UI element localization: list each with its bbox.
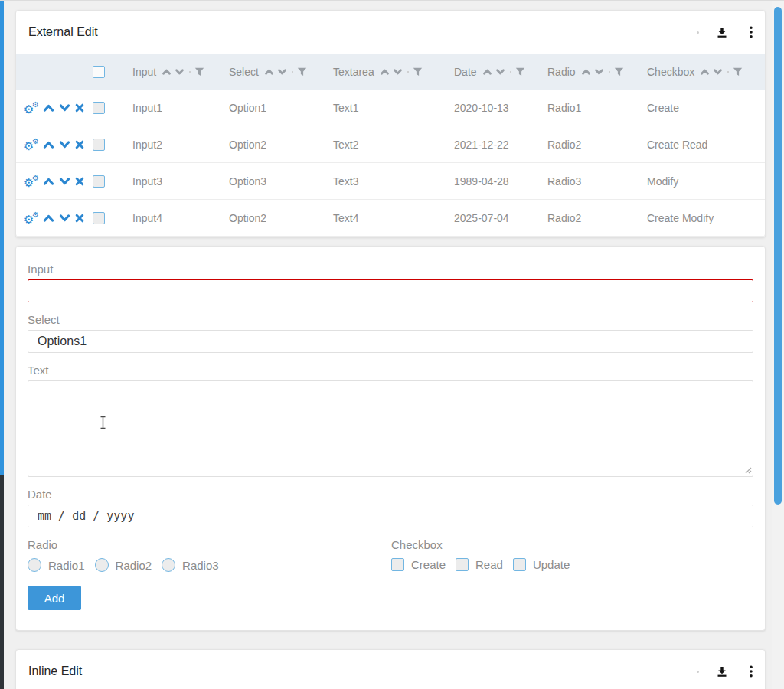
move-up-icon[interactable] xyxy=(43,140,54,149)
checkbox-option[interactable]: Update xyxy=(513,558,570,571)
row-checkbox[interactable] xyxy=(93,102,105,114)
radio-button[interactable] xyxy=(162,558,175,572)
cell-radio: Radio3 xyxy=(538,175,638,188)
select-value: Options1 xyxy=(38,335,87,348)
checkbox-option[interactable]: Create xyxy=(391,558,446,571)
scrollbar-thumb[interactable] xyxy=(774,7,782,505)
date-input[interactable]: mm / dd / yyyy xyxy=(28,505,753,527)
delete-icon[interactable] xyxy=(75,140,84,149)
cell-checkbox: Modify xyxy=(638,175,765,188)
radio-button[interactable] xyxy=(28,558,41,572)
radio-option-label: Radio2 xyxy=(116,559,152,572)
filter-icon[interactable] xyxy=(413,67,423,77)
filter-icon[interactable] xyxy=(297,67,307,77)
radio-option[interactable]: Radio2 xyxy=(95,558,152,572)
filter-icon[interactable] xyxy=(194,67,204,77)
select-all-checkbox[interactable] xyxy=(93,66,105,78)
radio-option-label: Radio1 xyxy=(48,559,85,572)
filter-icon[interactable] xyxy=(733,67,743,77)
resize-handle-icon[interactable] xyxy=(743,465,752,474)
delete-icon[interactable] xyxy=(75,214,84,223)
row-select-cell xyxy=(85,102,123,114)
select-field[interactable]: Options1 xyxy=(28,330,753,353)
column-header-label: Select xyxy=(229,66,259,78)
download-icon[interactable] xyxy=(716,665,728,678)
checkbox-group-label: Checkbox xyxy=(391,538,580,551)
left-accent-bar xyxy=(0,1,4,475)
radio-group-label: Radio xyxy=(28,538,391,551)
move-down-icon[interactable] xyxy=(59,214,70,223)
download-icon[interactable] xyxy=(716,26,728,38)
sort-descending-icon[interactable] xyxy=(393,68,403,76)
checkbox[interactable] xyxy=(391,558,404,571)
settings-icon[interactable]: ⚙⚙ xyxy=(24,101,38,115)
kebab-menu-icon[interactable] xyxy=(750,26,753,38)
sort-ascending-icon[interactable] xyxy=(162,68,172,76)
separator-dot xyxy=(697,31,699,34)
column-header[interactable]: Input xyxy=(123,66,220,78)
settings-icon[interactable]: ⚙⚙ xyxy=(24,175,38,188)
column-header[interactable]: Checkbox xyxy=(638,66,765,78)
move-down-icon[interactable] xyxy=(59,177,70,186)
cell-textarea: Text3 xyxy=(324,175,445,188)
row-checkbox[interactable] xyxy=(93,175,105,188)
checkbox-option-label: Read xyxy=(475,558,503,571)
sort-descending-icon[interactable] xyxy=(277,68,287,76)
kebab-menu-icon[interactable] xyxy=(750,665,753,678)
sort-descending-icon[interactable] xyxy=(594,68,604,76)
card-title: Inline Edit xyxy=(28,665,82,678)
row-checkbox[interactable] xyxy=(93,212,105,224)
sort-ascending-icon[interactable] xyxy=(264,68,274,76)
settings-icon[interactable]: ⚙⚙ xyxy=(24,138,38,152)
checkbox-group: Checkbox CreateReadUpdate xyxy=(391,538,580,572)
separator-dot xyxy=(697,671,699,673)
radio-option[interactable]: Radio3 xyxy=(162,558,219,572)
table-row: ⚙⚙ Input4Option2Text42025-07-04Radio2Cre… xyxy=(16,200,765,237)
sort-ascending-icon[interactable] xyxy=(482,68,492,76)
card-title: External Edit xyxy=(28,25,98,39)
sort-descending-icon[interactable] xyxy=(713,68,723,76)
move-down-icon[interactable] xyxy=(59,103,70,113)
checkbox[interactable] xyxy=(513,558,526,571)
move-up-icon[interactable] xyxy=(43,214,54,223)
delete-icon[interactable] xyxy=(75,103,84,113)
move-down-icon[interactable] xyxy=(59,140,70,149)
sort-descending-icon[interactable] xyxy=(495,68,505,76)
cell-textarea: Text2 xyxy=(324,139,445,151)
sort-ascending-icon[interactable] xyxy=(581,68,591,76)
external-edit-card: External Edit Input Select xyxy=(15,10,766,237)
text-area[interactable] xyxy=(28,380,753,477)
radio-option[interactable]: Radio1 xyxy=(28,558,85,572)
filter-icon[interactable] xyxy=(515,67,525,77)
sort-descending-icon[interactable] xyxy=(175,68,185,76)
add-form-card: Input Select Options1 Text Date mm / dd … xyxy=(15,246,766,631)
column-header[interactable]: Radio xyxy=(538,66,638,78)
checkbox-option-label: Update xyxy=(533,558,570,571)
radio-button[interactable] xyxy=(95,558,109,572)
row-actions: ⚙⚙ xyxy=(16,138,85,152)
table-body: ⚙⚙ Input1Option1Text12020-10-13Radio1Cre… xyxy=(16,90,765,237)
delete-icon[interactable] xyxy=(75,177,84,186)
checkbox[interactable] xyxy=(456,558,469,571)
cell-date: 1989-04-28 xyxy=(445,175,538,188)
move-up-icon[interactable] xyxy=(43,103,54,113)
scrollbar-track[interactable] xyxy=(772,1,784,689)
column-header-label: Textarea xyxy=(333,66,374,78)
cell-checkbox: Create Read xyxy=(638,139,765,151)
sort-ascending-icon[interactable] xyxy=(700,68,710,76)
column-header-label: Radio xyxy=(547,66,576,78)
checkbox-option[interactable]: Read xyxy=(456,558,503,571)
move-up-icon[interactable] xyxy=(43,177,54,186)
filter-icon[interactable] xyxy=(614,67,624,77)
checkbox-option-label: Create xyxy=(411,558,446,571)
input-field[interactable] xyxy=(28,279,753,302)
add-button[interactable]: Add xyxy=(28,586,81,610)
settings-icon[interactable]: ⚙⚙ xyxy=(24,211,38,225)
sort-ascending-icon[interactable] xyxy=(380,68,390,76)
cell-input: Input1 xyxy=(123,102,220,114)
column-header[interactable]: Select xyxy=(220,66,324,78)
column-header[interactable]: Textarea xyxy=(324,66,445,78)
column-header[interactable]: Date xyxy=(445,66,538,78)
row-checkbox[interactable] xyxy=(93,139,105,151)
resize-dot xyxy=(510,71,511,73)
